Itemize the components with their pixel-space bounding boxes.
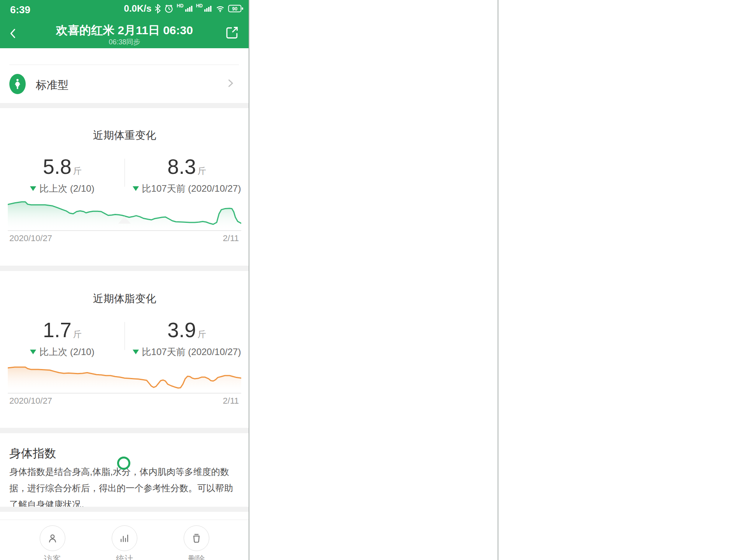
section-band	[0, 266, 249, 271]
weight-trend-chart	[8, 199, 241, 231]
row-body-type[interactable]: 标准型	[0, 65, 249, 103]
body-type-icon	[9, 74, 26, 94]
battery-icon: 90	[228, 4, 244, 13]
stat-vs-last: 1.7斤 比上次 (2/10)	[0, 318, 124, 358]
section-band	[0, 507, 249, 512]
sync-time: 06:38同步	[0, 37, 249, 47]
screen-trends: 6:39 0.0K/s HD HD 90 欢喜的红米 2月11日 06:30 0…	[0, 0, 249, 560]
bottom-nav: 访客 统计 删除	[0, 520, 249, 560]
body-index-text: 身体指数是结合身高,体脂,水分，体内肌肉等多维度的数据，进行综合分析后，得出的一…	[9, 464, 240, 513]
screen-separator	[249, 0, 249, 560]
hero-notch	[118, 216, 131, 224]
chart-date-start: 2020/10/27	[9, 396, 52, 406]
stat-divider	[124, 322, 125, 350]
down-triangle-icon	[30, 350, 36, 354]
status-time: 6:39	[10, 4, 30, 16]
signal-icon-1	[185, 4, 193, 13]
chart-date-end: 2/11	[223, 233, 239, 243]
body-type-label: 标准型	[36, 78, 68, 93]
app-screenshot: { "status": {"time":"6:39","battery":"90…	[0, 0, 747, 560]
network-speed: 0.0K/s	[124, 3, 152, 14]
trash-icon	[184, 525, 209, 551]
stat-vs-last: 5.8斤 比上次 (2/10)	[0, 155, 124, 195]
signal-icon-2	[204, 4, 212, 13]
section-band	[0, 428, 249, 433]
alarm-icon	[164, 4, 174, 14]
screen-separator	[498, 0, 498, 560]
stat-vs-107days: 3.9斤 比107天前 (2020/10/27)	[124, 318, 249, 358]
down-triangle-icon	[30, 186, 36, 191]
down-triangle-icon	[133, 350, 139, 354]
body-index-title: 身体指数	[9, 446, 56, 462]
stats-icon	[112, 525, 137, 551]
fat-trend-chart	[8, 361, 241, 393]
bluetooth-icon	[154, 4, 161, 14]
chevron-right-icon	[225, 78, 236, 90]
nav-stats-button[interactable]: 统计	[101, 520, 148, 560]
chart-baseline	[8, 230, 241, 231]
fat-trend-title: 近期体脂变化	[0, 292, 249, 306]
nav-delete-button[interactable]: 删除	[173, 520, 220, 560]
wifi-icon	[215, 4, 225, 13]
visitor-icon	[40, 525, 65, 551]
share-button[interactable]	[225, 26, 239, 41]
page-title: 欢喜的红米 2月11日 06:30	[0, 23, 249, 38]
hd-badge-2: HD	[196, 3, 203, 9]
stat-divider	[124, 159, 125, 187]
chart-date-end: 2/11	[223, 396, 239, 406]
stat-vs-107days: 8.3斤 比107天前 (2020/10/27)	[124, 155, 249, 195]
nav-visitor-button[interactable]: 访客	[29, 520, 76, 560]
svg-text:90: 90	[232, 6, 238, 12]
hd-badge: HD	[177, 3, 183, 9]
weight-slider-knob[interactable]	[117, 457, 130, 470]
section-band	[0, 103, 249, 108]
status-icons: 0.0K/s HD HD 90	[124, 3, 244, 14]
down-triangle-icon	[133, 186, 139, 191]
chart-date-start: 2020/10/27	[9, 233, 52, 243]
top-bar: 6:39 0.0K/s HD HD 90 欢喜的红米 2月11日 06:30 0…	[0, 0, 249, 48]
chart-baseline	[8, 393, 241, 394]
weight-trend-title: 近期体重变化	[0, 128, 249, 142]
